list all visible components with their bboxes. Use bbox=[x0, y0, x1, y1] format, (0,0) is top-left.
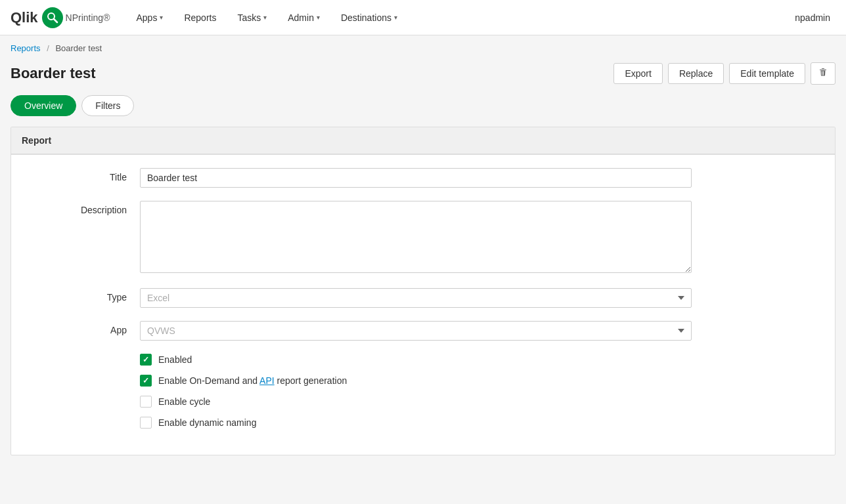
app-select-wrapper: QVWS bbox=[140, 321, 692, 341]
brand: Qlik NPrinting® bbox=[11, 7, 110, 28]
on-demand-label: Enable On-Demand and API report generati… bbox=[158, 375, 347, 386]
type-label: Type bbox=[22, 288, 140, 303]
type-row: Type Excel bbox=[22, 288, 824, 308]
title-input[interactable] bbox=[140, 168, 692, 188]
title-label: Title bbox=[22, 168, 140, 182]
replace-button[interactable]: Replace bbox=[668, 63, 724, 84]
enabled-label: Enabled bbox=[158, 354, 192, 365]
delete-button[interactable] bbox=[811, 62, 835, 85]
app-label: App bbox=[22, 321, 140, 335]
on-demand-checkbox[interactable] bbox=[140, 375, 152, 387]
enable-cycle-row: Enable cycle bbox=[140, 396, 692, 408]
tab-overview[interactable]: Overview bbox=[11, 95, 76, 116]
chevron-down-icon: ▾ bbox=[160, 14, 163, 21]
app-row: App QVWS bbox=[22, 321, 824, 341]
description-row: Description bbox=[22, 201, 824, 275]
on-demand-row: Enable On-Demand and API report generati… bbox=[140, 375, 692, 387]
page-title: Boarder test bbox=[11, 65, 613, 82]
product-name: NPrinting® bbox=[66, 12, 110, 23]
main-content: Report Title Description Type bbox=[0, 127, 846, 466]
nav-item-admin[interactable]: Admin ▾ bbox=[277, 0, 330, 35]
breadcrumb: Reports / Boarder test bbox=[0, 35, 846, 57]
edit-template-button[interactable]: Edit template bbox=[729, 63, 805, 84]
api-link[interactable]: API bbox=[259, 375, 275, 386]
title-field-wrapper bbox=[140, 168, 692, 188]
header-actions: Export Replace Edit template bbox=[613, 62, 835, 85]
checkbox-group: Enabled Enable On-Demand and API report … bbox=[140, 354, 692, 429]
section-title: Report bbox=[11, 127, 835, 154]
breadcrumb-separator: / bbox=[47, 43, 49, 53]
enable-cycle-checkbox[interactable] bbox=[140, 396, 152, 408]
nav-items: Apps ▾ Reports Tasks ▾ Admin ▾ Destinati… bbox=[125, 0, 795, 35]
tabs: Overview Filters bbox=[0, 95, 846, 116]
section-body: Title Description Type Excel bbox=[11, 155, 835, 455]
breadcrumb-parent-link[interactable]: Reports bbox=[11, 43, 41, 53]
type-select[interactable]: Excel bbox=[140, 288, 692, 308]
title-row: Title bbox=[22, 168, 824, 188]
enable-cycle-label: Enable cycle bbox=[158, 396, 210, 407]
tab-filters[interactable]: Filters bbox=[81, 95, 134, 116]
checkboxes-row: Enabled Enable On-Demand and API report … bbox=[22, 354, 824, 429]
type-select-wrapper: Excel bbox=[140, 288, 692, 308]
description-field-wrapper bbox=[140, 201, 692, 275]
report-section: Report Title Description Type bbox=[11, 127, 835, 455]
page-header: Boarder test Export Replace Edit templat… bbox=[0, 57, 846, 95]
qlik-logo: Qlik bbox=[11, 7, 63, 28]
chevron-down-icon: ▾ bbox=[394, 14, 397, 21]
chevron-down-icon: ▾ bbox=[317, 14, 320, 21]
qlik-logo-icon bbox=[42, 7, 63, 28]
enabled-row: Enabled bbox=[140, 354, 692, 366]
nav-item-destinations[interactable]: Destinations ▾ bbox=[330, 0, 408, 35]
enabled-checkbox[interactable] bbox=[140, 354, 152, 366]
export-button[interactable]: Export bbox=[613, 63, 662, 84]
app-select[interactable]: QVWS bbox=[140, 321, 692, 341]
nav-item-reports[interactable]: Reports bbox=[173, 0, 227, 35]
qlik-text: Qlik bbox=[11, 9, 38, 26]
svg-line-1 bbox=[54, 19, 57, 22]
dynamic-naming-row: Enable dynamic naming bbox=[140, 417, 692, 429]
description-label: Description bbox=[22, 201, 140, 215]
dynamic-naming-checkbox[interactable] bbox=[140, 417, 152, 429]
breadcrumb-current: Boarder test bbox=[55, 43, 102, 53]
chevron-down-icon: ▾ bbox=[263, 14, 267, 21]
description-input[interactable] bbox=[140, 201, 692, 273]
nav-item-tasks[interactable]: Tasks ▾ bbox=[227, 0, 277, 35]
nav-item-apps[interactable]: Apps ▾ bbox=[125, 0, 173, 35]
dynamic-naming-label: Enable dynamic naming bbox=[158, 417, 256, 428]
navbar: Qlik NPrinting® Apps ▾ Reports Tasks ▾ A… bbox=[0, 0, 846, 35]
user-label: npadmin bbox=[795, 12, 835, 23]
